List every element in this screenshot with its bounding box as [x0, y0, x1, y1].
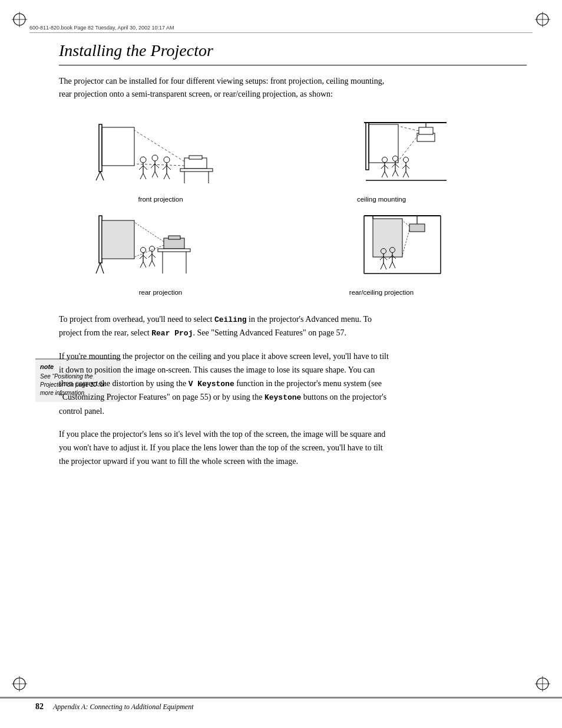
svg-line-67 [406, 172, 409, 177]
svg-line-114 [392, 262, 395, 268]
page: 600-811-820.book Page 82 Tuesday, April … [0, 0, 562, 728]
svg-rect-36 [180, 169, 213, 172]
svg-line-82 [148, 254, 152, 258]
svg-line-58 [392, 164, 395, 167]
header-bar: 600-811-820.book Page 82 Tuesday, April … [29, 25, 533, 33]
svg-line-107 [381, 263, 384, 269]
svg-rect-98 [373, 219, 402, 257]
page-title: Installing the Projector [59, 41, 527, 65]
corner-mark-br [534, 675, 551, 693]
svg-point-80 [149, 246, 154, 251]
svg-rect-35 [189, 156, 202, 159]
keyword-ceiling: Ceiling [214, 315, 247, 324]
body-paragraph-2: If you're mounting the projector on the … [59, 350, 389, 418]
diagram-rear-ceiling-projection: rear/ceiling projection [280, 209, 483, 296]
rear-ceiling-projection-svg [314, 209, 449, 285]
svg-line-64 [402, 165, 406, 169]
svg-line-77 [143, 255, 147, 259]
ceiling-mounting-label: ceiling mounting [357, 196, 406, 203]
svg-line-48 [398, 126, 419, 131]
svg-rect-34 [184, 158, 207, 169]
svg-rect-12 [99, 124, 102, 172]
footer: 82 Appendix A: Connecting to Additional … [0, 697, 562, 711]
ceiling-mounting-svg [314, 116, 449, 192]
svg-line-52 [381, 165, 385, 169]
svg-line-72 [96, 263, 100, 274]
svg-line-65 [406, 165, 409, 169]
svg-point-28 [164, 157, 170, 163]
diagram-front-projection: front projection [59, 116, 262, 203]
corner-mark-tl [11, 11, 28, 28]
corner-mark-bl [11, 675, 28, 693]
svg-line-55 [385, 172, 388, 177]
svg-point-50 [382, 157, 387, 162]
svg-line-31 [167, 166, 171, 170]
diagram-rear-projection: rear projection [59, 209, 262, 296]
svg-line-88 [134, 222, 164, 242]
svg-line-15 [100, 172, 104, 180]
svg-rect-42 [366, 123, 369, 170]
svg-line-18 [139, 166, 143, 170]
footer-text: Appendix A: Connecting to Additional Equ… [53, 703, 194, 711]
svg-line-40 [134, 164, 184, 166]
svg-line-26 [152, 172, 155, 177]
keyword-keystone: Keystone [265, 393, 301, 402]
svg-line-83 [152, 254, 156, 258]
svg-line-73 [100, 263, 104, 274]
svg-line-21 [143, 173, 146, 179]
keyword-v-keystone: V Keystone [189, 380, 234, 388]
svg-line-61 [395, 170, 398, 176]
svg-rect-87 [168, 236, 180, 239]
rear-projection-svg [93, 209, 229, 285]
svg-line-27 [155, 172, 158, 177]
svg-point-74 [140, 247, 146, 252]
svg-line-30 [163, 166, 167, 170]
svg-line-25 [155, 164, 159, 168]
svg-line-20 [140, 173, 143, 179]
rear-ceiling-projection-label: rear/ceiling projection [349, 289, 414, 296]
svg-line-19 [143, 166, 147, 170]
svg-line-102 [402, 230, 409, 255]
svg-rect-86 [164, 238, 184, 249]
svg-line-33 [167, 173, 170, 179]
svg-rect-47 [419, 127, 433, 134]
svg-line-66 [403, 172, 406, 177]
svg-line-53 [385, 165, 388, 169]
intro-paragraph: The projector can be installed for four … [59, 75, 389, 101]
svg-line-49 [398, 134, 419, 161]
diagram-ceiling-mounting: ceiling mounting [280, 116, 483, 203]
svg-rect-70 [99, 216, 102, 263]
svg-line-113 [389, 262, 392, 268]
svg-point-56 [392, 156, 398, 161]
svg-line-54 [382, 172, 385, 177]
svg-line-59 [395, 164, 399, 167]
body-paragraph-1: To project from overhead, you'll need to… [59, 312, 389, 340]
svg-rect-100 [409, 224, 425, 232]
svg-line-32 [164, 173, 167, 179]
front-projection-label: front projection [138, 196, 183, 203]
svg-rect-90 [158, 249, 190, 252]
svg-line-14 [96, 172, 100, 180]
svg-point-62 [403, 157, 408, 162]
svg-line-85 [152, 261, 155, 266]
front-projection-svg [93, 116, 229, 192]
body-paragraph-3: If you place the projector's lens so it'… [59, 427, 389, 468]
rear-projection-label: rear projection [139, 289, 183, 296]
svg-line-108 [384, 263, 386, 269]
svg-rect-71 [102, 220, 134, 259]
keyword-rear-proj: Rear Proj [151, 329, 193, 338]
svg-line-84 [149, 261, 152, 266]
svg-line-78 [140, 262, 143, 268]
content-area: Installing the Projector The projector c… [59, 41, 527, 477]
header-text: 600-811-820.book Page 82 Tuesday, April … [29, 25, 174, 31]
svg-rect-13 [102, 127, 134, 166]
svg-line-79 [143, 262, 146, 268]
svg-line-101 [402, 220, 409, 226]
corner-mark-tr [534, 11, 551, 28]
svg-rect-43 [369, 124, 398, 163]
svg-line-60 [392, 170, 395, 176]
svg-point-22 [152, 155, 158, 161]
diagrams-grid: front projection [59, 116, 483, 296]
svg-line-76 [140, 255, 143, 259]
footer-page-number: 82 [35, 702, 44, 711]
